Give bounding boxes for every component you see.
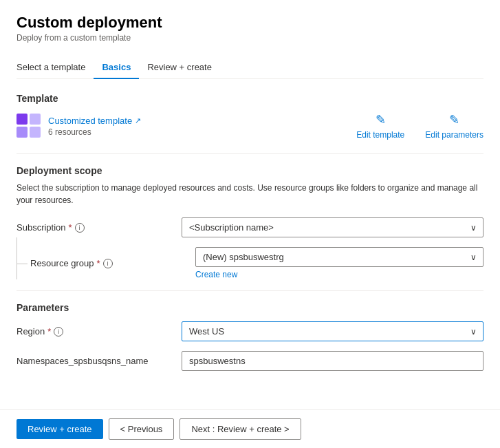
region-row: Region * i West US ∨ (17, 321, 483, 341)
previous-button[interactable]: < Previous (109, 418, 175, 440)
deployment-scope-desc: Select the subscription to manage deploy… (17, 182, 483, 206)
icon-sq-4 (30, 127, 41, 138)
subscription-control: <Subscription name> ∨ (182, 217, 483, 237)
subscription-select-wrapper: <Subscription name> ∨ (182, 217, 483, 237)
next-button[interactable]: Next : Review + create > (180, 418, 301, 440)
parameters-section: Parameters Region * i West US ∨ Namespac… (17, 302, 483, 371)
tab-review-create[interactable]: Review + create (139, 56, 220, 79)
namespace-control (182, 351, 483, 371)
resource-group-info-icon[interactable]: i (103, 259, 113, 268)
subscription-label: Subscription * i (17, 222, 182, 233)
external-link-icon: ↗ (135, 116, 141, 125)
template-actions: ✎ Edit template ✎ Edit parameters (356, 112, 483, 140)
resource-group-select-wrapper: (New) spsbuswestrg ∨ (195, 247, 483, 267)
icon-sq-1 (17, 114, 28, 125)
template-info: Customized template ↗ 6 resources (17, 114, 141, 138)
resource-group-label: Resource group * i (30, 258, 195, 268)
subscription-select[interactable]: <Subscription name> (182, 217, 483, 237)
template-name-link[interactable]: Customized template ↗ (48, 116, 141, 126)
page-subtitle: Deploy from a custom template (17, 33, 483, 43)
namespace-label: Namespaces_spsbusqsns_name (17, 356, 182, 366)
subscription-row: Subscription * i <Subscription name> ∨ (17, 217, 483, 237)
subscription-required: * (69, 222, 72, 233)
tabs-bar: Select a template Basics Review + create (17, 56, 483, 79)
resource-group-control: (New) spsbuswestrg ∨ Create new (195, 247, 483, 279)
template-resources: 6 resources (48, 127, 141, 137)
parameters-heading: Parameters (17, 302, 483, 313)
region-control: West US ∨ (182, 321, 483, 341)
create-new-link[interactable]: Create new (195, 270, 483, 279)
edit-parameters-icon: ✎ (449, 112, 459, 127)
page-title: Custom deployment (17, 14, 483, 32)
tab-basics[interactable]: Basics (94, 56, 139, 79)
edit-template-button[interactable]: ✎ Edit template (356, 112, 404, 140)
subscription-info-icon[interactable]: i (75, 223, 85, 233)
icon-sq-3 (17, 127, 28, 138)
region-select-wrapper: West US ∨ (182, 321, 483, 341)
deployment-scope-heading: Deployment scope (17, 165, 483, 176)
region-label: Region * i (17, 326, 182, 337)
tab-select-template[interactable]: Select a template (17, 56, 94, 79)
deployment-scope-section: Deployment scope Select the subscription… (17, 165, 483, 279)
icon-sq-2 (30, 114, 41, 125)
divider-1 (17, 153, 483, 154)
edit-template-icon: ✎ (376, 112, 386, 127)
template-section: Template Customized template ↗ 6 resourc… (17, 93, 483, 140)
namespace-row: Namespaces_spsbusqsns_name (17, 351, 483, 371)
edit-parameters-button[interactable]: ✎ Edit parameters (425, 112, 483, 140)
review-create-button[interactable]: Review + create (17, 419, 103, 439)
region-info-icon[interactable]: i (54, 327, 63, 337)
region-select[interactable]: West US (182, 321, 483, 341)
namespace-input[interactable] (182, 351, 483, 371)
footer-bar: Review + create < Previous Next : Review… (0, 409, 500, 448)
resource-group-select[interactable]: (New) spsbuswestrg (195, 247, 483, 267)
template-icon (17, 114, 41, 138)
region-required: * (47, 326, 51, 337)
template-heading: Template (17, 93, 483, 104)
resource-group-row: Resource group * i (New) spsbuswestrg ∨ … (17, 247, 483, 279)
resource-group-required: * (97, 258, 100, 268)
divider-2 (17, 290, 483, 291)
